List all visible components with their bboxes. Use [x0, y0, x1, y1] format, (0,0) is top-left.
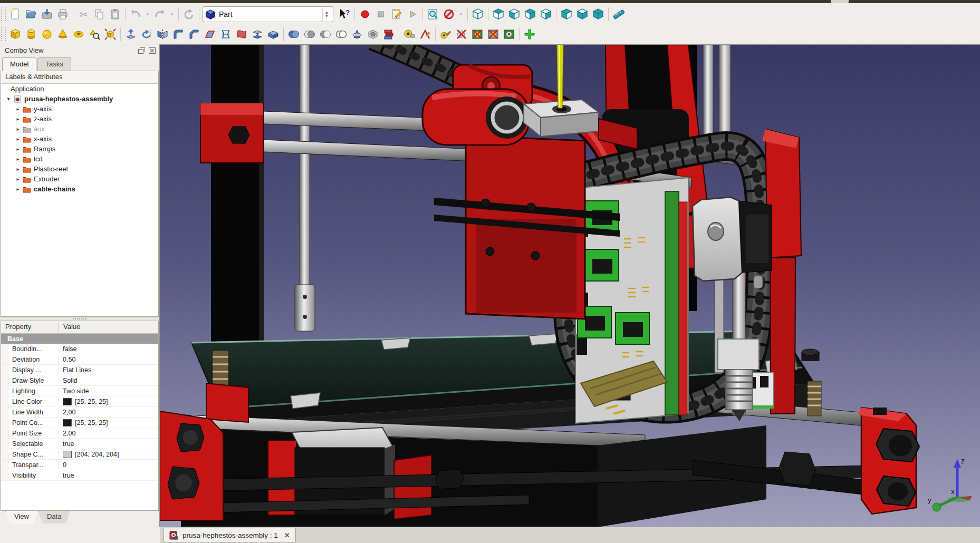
clipping-dropdown-button[interactable] [457, 6, 465, 22]
tree-item-ramps[interactable]: ▸Ramps [1, 144, 158, 154]
print-document-button[interactable] [55, 6, 71, 22]
part-primitives-button[interactable] [102, 26, 118, 42]
property-row-point-co-[interactable]: Point Co...[25, 25, 25] [1, 418, 158, 428]
boolean-common-button[interactable] [302, 26, 318, 42]
new-document-button[interactable] [7, 6, 23, 22]
property-row-boundin-[interactable]: Boundin...false [1, 344, 158, 354]
property-value[interactable]: [25, 25, 25] [59, 398, 158, 405]
macro-record-button[interactable] [357, 6, 373, 22]
view-axonometric-button[interactable] [491, 6, 506, 22]
property-row-line-color[interactable]: Line Color[25, 25, 25] [1, 396, 158, 407]
part-sweep-button[interactable] [249, 26, 265, 42]
property-row-selectable[interactable]: Selectabletrue [1, 439, 158, 449]
tree-item-lcd[interactable]: ▸lcd [1, 154, 158, 164]
undo-button[interactable] [128, 6, 143, 22]
part-fillet-button[interactable] [170, 26, 186, 42]
macro-play-button[interactable] [405, 6, 420, 22]
whats-this-button[interactable]: ? [337, 6, 352, 22]
tab-tasks[interactable]: Tasks [37, 57, 71, 71]
measure-toggle-3d-button[interactable] [485, 26, 501, 42]
property-value[interactable]: 0,50 [59, 356, 158, 363]
tree-item-x-axis[interactable]: ▸x-axis [1, 134, 158, 144]
measure-linear-button[interactable] [401, 26, 417, 42]
save-document-button[interactable] [39, 6, 55, 22]
part-box-button[interactable] [7, 26, 23, 42]
tree-item-plastic-reel[interactable]: ▸Plastic-reel [1, 164, 158, 174]
part-section-button[interactable] [333, 26, 349, 42]
tree-item-y-axis[interactable]: ▸y-axis [1, 104, 158, 114]
box-selection-button[interactable] [425, 6, 441, 22]
part-revolve-button[interactable] [139, 26, 155, 42]
measure-toggle-delta-button[interactable] [501, 26, 517, 42]
chevron-right-icon[interactable]: ▸ [15, 126, 21, 132]
measure-clear-all-button[interactable] [454, 26, 469, 42]
part-chamfer-button[interactable] [186, 26, 202, 42]
tree-item-extruder[interactable]: ▸Extruder [1, 174, 158, 184]
macro-edit-button[interactable] [389, 6, 405, 22]
tree-root-application[interactable]: Application [1, 84, 158, 94]
chevron-right-icon[interactable]: ▸ [15, 166, 21, 172]
chevron-right-icon[interactable]: ▸ [15, 176, 21, 182]
property-value[interactable]: false [59, 345, 158, 353]
chevron-down-icon[interactable]: ▾ [5, 96, 12, 102]
dock-close-button[interactable] [148, 47, 156, 54]
workbench-selector[interactable]: Part▲▼ [203, 6, 333, 22]
measure-refresh-button[interactable] [438, 26, 454, 42]
clipping-plane-button[interactable] [441, 6, 457, 22]
dock-float-button[interactable] [138, 47, 146, 54]
property-row-draw-style[interactable]: Draw StyleSolid [1, 375, 158, 386]
part-thickness-button[interactable] [365, 26, 381, 42]
property-value[interactable]: Two side [59, 387, 158, 395]
redo-button[interactable] [152, 6, 168, 22]
part-cone-button[interactable] [55, 26, 71, 42]
tab-data[interactable]: Data [38, 511, 70, 524]
tree-item-document[interactable]: ▾prusa-hephestos-assembly [1, 94, 158, 104]
panel-splitter[interactable] [0, 317, 159, 321]
part-cylinder-button[interactable] [23, 26, 39, 42]
chevron-right-icon[interactable]: ▸ [15, 116, 21, 122]
part-offset-button[interactable] [265, 26, 281, 42]
property-value[interactable]: 2,00 [59, 409, 158, 416]
property-row-lighting[interactable]: LightingTwo side [1, 386, 158, 396]
property-value[interactable]: true [59, 440, 158, 448]
part-sphere-button[interactable] [39, 26, 55, 42]
part-make-face-button[interactable] [202, 26, 218, 42]
part-cross-sections-button[interactable] [349, 26, 365, 42]
part-shape-builder-button[interactable] [87, 26, 102, 42]
property-row-transpar-[interactable]: Transpar...0 [1, 460, 158, 470]
boolean-cut-button[interactable] [318, 26, 333, 42]
property-value[interactable]: Solid [59, 377, 158, 384]
part-mirror-button[interactable] [155, 26, 170, 42]
part-extrude-button[interactable] [123, 26, 139, 42]
refresh-button[interactable] [181, 6, 197, 22]
property-value[interactable]: [204, 204, 204] [59, 451, 158, 458]
chevron-right-icon[interactable]: ▸ [15, 186, 21, 192]
view-fit-button[interactable] [470, 6, 486, 22]
property-value[interactable]: 0 [59, 461, 158, 469]
property-row-shape-c-[interactable]: Shape C...[204, 204, 204] [1, 449, 158, 460]
property-value[interactable]: Flat Lines [59, 366, 158, 374]
measure-angular-button[interactable] [417, 26, 433, 42]
toolbar-handle[interactable] [1, 7, 6, 21]
view-left-button[interactable] [590, 6, 606, 22]
open-document-button[interactable] [23, 6, 39, 22]
chevron-right-icon[interactable]: ▸ [15, 106, 21, 112]
redo-dropdown-button[interactable] [168, 6, 176, 22]
measure-toggle-all-button[interactable] [469, 26, 485, 42]
part-boolean-dialog-button[interactable] [381, 26, 397, 42]
property-value[interactable]: [25, 25, 25] [59, 419, 158, 426]
measure-distance-button[interactable] [611, 6, 627, 22]
tree-item-cable-chains[interactable]: ▸cable-chains [1, 184, 158, 194]
boolean-union-button[interactable] [286, 26, 302, 42]
part-loft-button[interactable] [234, 26, 249, 42]
property-row-visibility[interactable]: Visibilitytrue [1, 470, 158, 481]
undo-dropdown-button[interactable] [143, 6, 152, 22]
property-row-display-[interactable]: Display ...Flat Lines [1, 365, 158, 375]
toolbar-handle[interactable] [1, 27, 6, 41]
part-ruled-surface-button[interactable] [218, 26, 234, 42]
workbench-selector-spinner[interactable]: ▲▼ [322, 7, 331, 21]
document-tab[interactable]: prusa-hephestos-assembly : 1 ✕ [164, 528, 296, 543]
copy-button[interactable] [91, 6, 107, 22]
tree-item-z-axis[interactable]: ▸z-axis [1, 114, 158, 124]
view-front-button[interactable] [506, 6, 522, 22]
